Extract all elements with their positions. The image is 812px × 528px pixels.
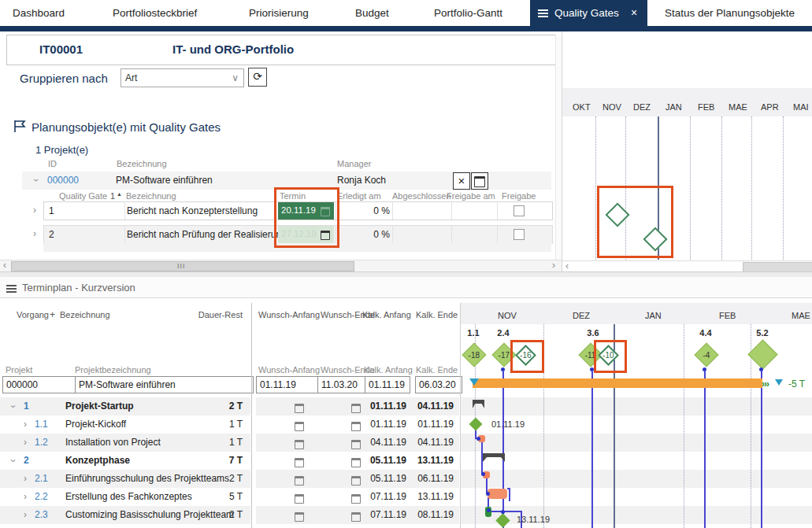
chevron-right-icon[interactable]: › [24,434,27,452]
calendar-icon[interactable] [351,422,361,431]
calendar-icon[interactable] [295,512,304,522]
col-header-manager[interactable]: Manager [337,159,371,168]
col-header-id[interactable]: ID [48,159,57,168]
gate-row[interactable]: › 1 Bericht nach Konzepterstellung 20.11… [43,201,553,220]
kalk-anfang-field[interactable]: 01.11.19 [365,376,410,393]
col-header-dauer-rest[interactable]: Dauer-Rest [181,310,243,319]
task-number[interactable]: 2 [24,452,29,470]
project-row[interactable]: › 000000 PM-Software einführen Ronja Koc… [22,172,551,190]
calendar-icon[interactable] [295,494,304,504]
calendar-icon[interactable] [295,476,304,486]
col-header-bezeichnung[interactable]: Bezeichnung [60,310,110,319]
remove-button[interactable]: × [453,172,470,190]
gate-col-erledigt-am[interactable]: Erledigt am [337,191,381,201]
col-header-bezeichnung[interactable]: Bezeichnung [117,159,167,168]
project-id-link[interactable]: 000000 [47,175,79,186]
tab-priorisierung[interactable]: Priorisierung [249,0,309,26]
close-icon[interactable]: × [631,0,637,26]
task-number[interactable]: 2.1 [35,470,48,488]
phase-summary-bar[interactable] [483,453,505,462]
hamburger-icon[interactable] [538,8,548,19]
task-number[interactable]: 2.2 [35,488,48,506]
chevron-right-icon[interactable]: › [24,506,27,524]
task-milestone-diamond[interactable] [469,418,483,431]
sort-asc-icon[interactable]: ▲ [117,191,122,197]
gate-row[interactable]: › 2 Bericht nach Prüfung der Realisierun… [43,225,553,244]
table-row[interactable]: › 1.1 Projekt-Kickoff 1 T 01.11.19 01.11… [0,415,459,434]
chevron-right-icon[interactable]: › [24,488,27,506]
calendar-icon[interactable] [351,440,361,449]
gate-col-abgeschlossen[interactable]: Abgeschlossen [392,191,451,201]
tab-portfolio-gantt[interactable]: Portfolio-Gantt [434,0,502,26]
calendar-icon[interactable] [295,440,304,449]
col-header-wunsch-anfang[interactable]: Wunsch-Anfang [258,310,320,319]
table-row[interactable]: › 1.2 Installation von Project 1 T 04.11… [0,434,459,452]
project-id-field[interactable]: 000000 [2,376,77,393]
gate-col-bezeichnung[interactable]: Bezeichnung [126,191,176,201]
calendar-icon[interactable] [295,458,304,467]
group-by-select[interactable]: Art ∨ [121,68,244,87]
chevron-right-icon[interactable]: › [24,470,27,488]
calendar-icon[interactable] [351,458,361,467]
scroll-left-arrow[interactable]: ‹ [565,261,569,271]
task-number[interactable]: 1.2 [35,434,48,452]
refresh-button[interactable]: ⟳ [248,68,267,87]
table-row[interactable]: › 2.2 Erstellung des Fachkonzeptes 5 T 0… [0,488,459,506]
quality-gate-diamond[interactable]: -18 [462,342,486,367]
scrollbar-thumb[interactable]: III [11,261,354,271]
gate-sort-number[interactable]: 1 [110,191,115,201]
planned-gate-diamond[interactable] [643,227,667,251]
table-row[interactable]: › 1 Projekt-Startup 2 T 01.11.19 04.11.1… [0,397,459,415]
col-header-vorgang[interactable]: Vorgang [17,310,49,319]
freigabe-checkbox[interactable] [514,205,525,216]
quality-gate-diamond[interactable]: -4 [694,342,718,367]
kalk-ende-field[interactable]: 06.03.20 [415,376,462,393]
tab-status-planungsobjekte[interactable]: Status der Planungsobjekte [665,0,795,26]
task-number[interactable]: 2.3 [35,506,48,524]
col-header-kalk-anfang[interactable]: Kalk. Anfang [362,310,411,319]
freigabe-checkbox[interactable] [514,229,525,240]
calendar-icon[interactable] [351,476,361,486]
table-row[interactable]: › 2.1 Einführungsschulung des Projekttea… [0,470,459,488]
scroll-left-arrow[interactable]: ‹ [3,260,6,271]
chevron-right-icon[interactable]: › [24,415,27,434]
quality-gate-diamond[interactable]: -17 [491,342,516,367]
chevron-right-icon[interactable]: › [33,228,36,239]
table-row[interactable]: › 2 Konzeptphase 7 T 05.11.19 13.11.19 [0,452,459,470]
calendar-icon[interactable] [351,494,361,504]
chevron-right-icon[interactable]: › [24,524,27,528]
task-number[interactable]: 2.4 [35,524,48,528]
gantt-divider[interactable] [460,303,461,528]
hamburger-icon[interactable] [6,283,17,294]
calendar-button[interactable] [471,172,488,190]
wunsch-ende-field[interactable]: 11.03.20 [317,376,365,393]
table-row[interactable]: › 2.4 Konzeptphase abgeschlossen 13.11.1… [0,524,459,528]
tab-dashboard[interactable]: Dashboard [13,0,65,26]
task-number[interactable]: 1.1 [35,415,48,434]
horizontal-scrollbar[interactable]: ‹ III › [0,260,562,271]
gate-col-quality-gate[interactable]: Quality Gate [59,191,107,201]
chevron-right-icon[interactable]: › [33,205,36,216]
tab-portfoliosteckbrief[interactable]: Portfoliosteckbrief [113,0,197,26]
calendar-icon[interactable] [295,404,304,413]
calendar-icon[interactable] [295,422,304,431]
quality-gate-diamond[interactable] [747,339,777,369]
chevron-down-icon[interactable]: › [4,405,22,408]
wunsch-anfang-field[interactable]: 01.11.19 [256,376,318,393]
task-bar[interactable] [488,489,507,499]
calendar-icon[interactable] [351,512,361,522]
scroll-right-arrow[interactable]: › [552,260,555,271]
chevron-down-icon[interactable]: › [4,460,22,463]
tab-quality-gates[interactable]: Quality Gates × [530,0,647,26]
tab-budget[interactable]: Budget [355,0,389,26]
gate-col-termin[interactable]: Termin [280,191,306,201]
task-number[interactable]: 1 [24,397,29,415]
calendar-icon[interactable] [351,404,361,413]
gate-col-freigabe[interactable]: Freigabe [502,191,536,201]
chevron-down-icon[interactable]: › [31,179,42,182]
planned-gate-diamond[interactable]: -10 [598,345,619,366]
project-name-field[interactable]: PM-Software einführen [75,376,254,393]
col-header-kalk-ende[interactable]: Kalk. Ende [416,310,458,319]
project-summary-bar[interactable] [473,378,762,388]
expand-all-button[interactable]: + [50,309,55,320]
